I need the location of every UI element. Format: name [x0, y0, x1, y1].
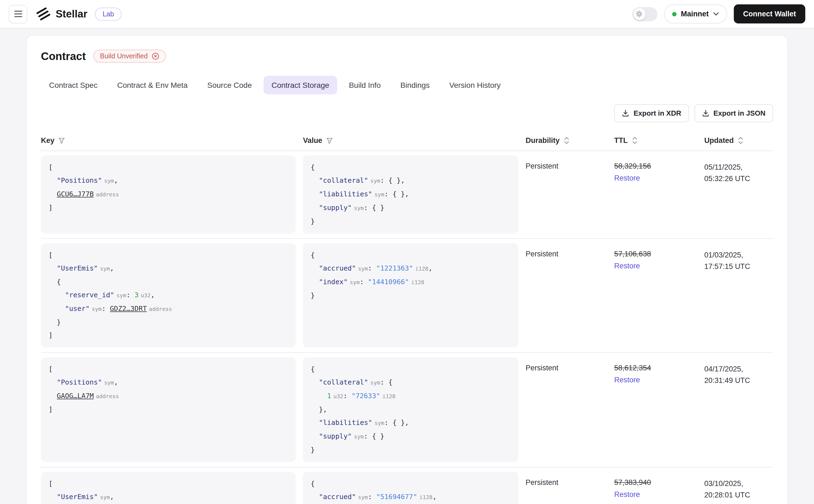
- type-label: sym: [116, 292, 126, 298]
- restore-link[interactable]: Restore: [614, 174, 640, 182]
- code-line: }: [49, 316, 288, 329]
- code-token: :: [368, 264, 376, 272]
- code-token: "collateral": [319, 378, 368, 386]
- type-label: sym: [354, 434, 364, 440]
- export-in-xdr-button[interactable]: Export in XDR: [614, 104, 689, 122]
- column-header-ttl[interactable]: TTL: [614, 136, 704, 145]
- durability-cell: Persistent: [526, 472, 614, 504]
- value-cell: { "collateral"sym: { }, "liabilities"sym…: [303, 155, 526, 233]
- code-line: }: [311, 289, 511, 302]
- type-label: sym: [358, 494, 368, 500]
- code-token: [: [49, 365, 53, 373]
- column-header-durability[interactable]: Durability: [526, 136, 614, 145]
- code-token: }: [49, 318, 61, 326]
- durability-value: Persistent: [526, 478, 558, 487]
- build-unverified-badge[interactable]: Build Unverified: [93, 50, 166, 63]
- tab-bindings[interactable]: Bindings: [392, 76, 438, 94]
- restore-link[interactable]: Restore: [614, 490, 640, 499]
- code-token: [311, 432, 319, 440]
- value-code-block: { "accrued"sym: "51694677"i128, "index"s…: [303, 472, 519, 504]
- code-line: {: [49, 275, 288, 289]
- export-in-json-button[interactable]: Export in JSON: [694, 104, 773, 122]
- ttl-value: 58,329,156: [614, 162, 704, 170]
- theme-toggle[interactable]: [632, 7, 657, 21]
- table-row: [ "UserEmis"sym, { "reserve_id"sym: 3u32…: [41, 239, 773, 353]
- code-token: : { }: [364, 203, 384, 212]
- code-token: :: [368, 493, 376, 501]
- tab-version-history[interactable]: Version History: [441, 76, 509, 94]
- code-token: "supply": [319, 203, 352, 212]
- tab-contract-spec[interactable]: Contract Spec: [41, 76, 106, 94]
- network-selector[interactable]: Mainnet: [664, 4, 727, 23]
- ttl-value: 58,612,354: [614, 364, 704, 372]
- updated-cell: 03/10/2025, 20:28:01 UTC: [704, 472, 773, 504]
- value-code-block: { "accrued"sym: "1221363"i128, "index"sy…: [303, 243, 519, 347]
- export-button-label: Export in XDR: [633, 109, 681, 117]
- updated-time: 20:31:49 UTC: [704, 375, 773, 387]
- menu-button[interactable]: [9, 5, 27, 23]
- durability-cell: Persistent: [526, 243, 614, 347]
- column-header-label: Durability: [526, 136, 560, 145]
- code-token: },: [311, 405, 327, 413]
- tab-contract-env-meta[interactable]: Contract & Env Meta: [109, 76, 196, 94]
- code-line: "liabilities"sym: { },: [311, 188, 511, 201]
- column-header-label: TTL: [614, 136, 628, 145]
- tab-contract-storage[interactable]: Contract Storage: [263, 76, 337, 94]
- table-header-row: Key Value Durability TTL Updated: [41, 131, 773, 151]
- restore-link[interactable]: Restore: [614, 376, 640, 384]
- key-cell: [ "Positions"sym, GAOG…LA7Maddress]: [41, 357, 303, 462]
- code-token: [311, 203, 319, 212]
- code-token: [: [49, 479, 53, 488]
- ttl-cell: 57,106,638 Restore: [614, 243, 704, 347]
- value-cell: { "accrued"sym: "1221363"i128, "index"sy…: [303, 243, 526, 347]
- address-link[interactable]: GDZ2…3DRT: [110, 304, 147, 313]
- type-label: sym: [350, 279, 360, 285]
- chevron-down-icon: [713, 12, 719, 16]
- table-row: [ "Positions"sym, GCU6…J77Baddress] { "c…: [41, 151, 773, 239]
- code-token: ,: [114, 378, 118, 386]
- code-line: "index"sym: "14410966"i128: [311, 275, 511, 289]
- address-link[interactable]: GCU6…J77B: [57, 190, 94, 198]
- code-token: :: [102, 304, 110, 313]
- key-code-block: [ "UserEmis"sym, { "reserve_id"sym: 3u32…: [41, 243, 296, 347]
- durability-value: Persistent: [526, 250, 558, 258]
- column-header-value[interactable]: Value: [303, 136, 526, 145]
- close-circle-icon: [152, 52, 159, 60]
- ttl-value: 57,383,940: [614, 478, 704, 487]
- code-line: ]: [49, 329, 288, 342]
- code-line: "Positions"sym,: [49, 376, 288, 389]
- table-body: [ "Positions"sym, GCU6…J77Baddress] { "c…: [41, 151, 773, 504]
- code-token: "index": [319, 278, 348, 286]
- restore-link[interactable]: Restore: [614, 262, 640, 270]
- code-token: ,: [428, 264, 432, 272]
- value-cell: { "collateral"sym: { 1u32: "72633"i128 }…: [303, 357, 526, 462]
- code-token: "72633": [351, 392, 380, 400]
- code-token: "collateral": [319, 176, 368, 184]
- top-bar: Stellar Lab Mainnet Connect Wallet: [0, 0, 814, 28]
- code-line: {: [311, 477, 511, 490]
- tab-source-code[interactable]: Source Code: [199, 76, 260, 94]
- updated-date: 04/17/2025,: [704, 364, 773, 375]
- code-line: "user"sym: GDZ2…3DRTaddress: [49, 302, 288, 316]
- code-line: {: [311, 363, 511, 376]
- code-token: :: [343, 392, 351, 400]
- stellar-logo[interactable]: Stellar: [36, 7, 87, 21]
- code-token: [: [49, 251, 53, 259]
- tab-build-info[interactable]: Build Info: [341, 76, 389, 94]
- code-line: [: [49, 249, 288, 262]
- address-link[interactable]: GAOG…LA7M: [57, 392, 94, 400]
- code-token: : { }: [364, 432, 384, 440]
- type-label: sym: [104, 380, 114, 386]
- code-token: "1221363": [376, 264, 413, 272]
- code-line: }: [311, 443, 511, 457]
- main-area: Contract Build Unverified Contract SpecC…: [0, 28, 814, 504]
- column-header-label: Updated: [704, 136, 734, 145]
- column-header-updated[interactable]: Updated: [704, 136, 773, 145]
- updated-date: 03/10/2025,: [704, 478, 773, 490]
- updated-time: 17:57:15 UTC: [704, 261, 773, 273]
- table-row: [ "UserEmis"sym, { "reserve_id"sym: 3u32…: [41, 467, 773, 504]
- type-label: sym: [354, 205, 364, 211]
- code-line: [: [49, 363, 288, 376]
- connect-wallet-button[interactable]: Connect Wallet: [734, 4, 805, 23]
- column-header-key[interactable]: Key: [41, 136, 303, 145]
